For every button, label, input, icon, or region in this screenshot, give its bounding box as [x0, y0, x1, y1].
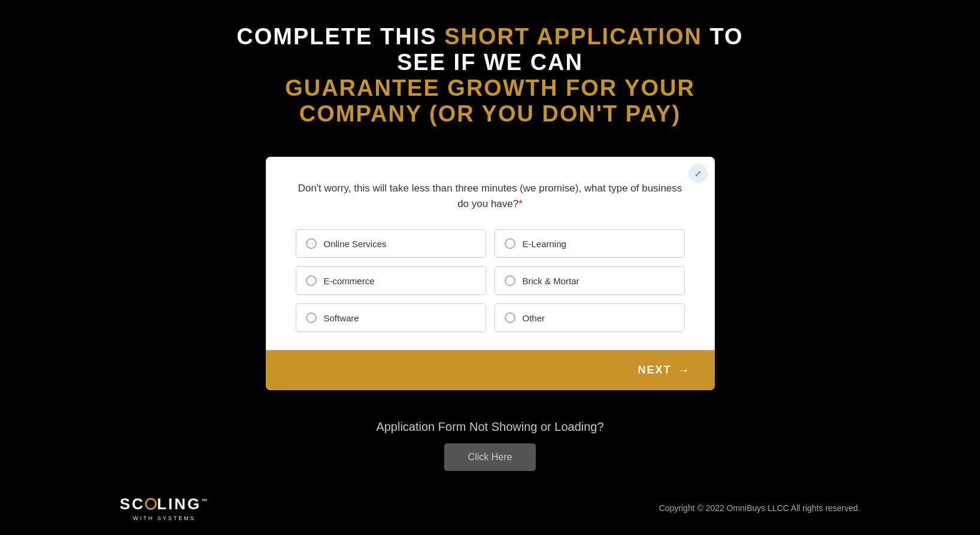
- next-arrow-icon: →: [678, 363, 691, 377]
- header-line2: GUARANTEE GROWTH FOR YOUR COMPANY (OR YO…: [233, 75, 748, 127]
- logo-tm: ™: [201, 498, 209, 504]
- logo-ring: [145, 498, 157, 510]
- radio-other: [505, 312, 515, 323]
- expand-icon: ⤢: [694, 169, 702, 178]
- fallback-text: Application Form Not Showing or Loading?: [376, 420, 603, 434]
- form-card: ⤢ Don't worry, this will take less than …: [266, 157, 715, 390]
- next-button-label: NEXT: [638, 364, 671, 376]
- option-brick-mortar[interactable]: Brick & Mortar: [494, 266, 685, 295]
- next-button[interactable]: NEXT →: [638, 363, 690, 377]
- option-label-e-commerce: E-commerce: [324, 276, 375, 286]
- option-e-commerce[interactable]: E-commerce: [296, 266, 486, 295]
- radio-e-learning: [505, 238, 515, 249]
- click-here-button[interactable]: Click Here: [444, 443, 536, 471]
- page-footer: SCLING™ WITH SYSTEMS Copyright © 2022 Om…: [0, 471, 980, 535]
- radio-online-services: [306, 238, 317, 249]
- option-online-services[interactable]: Online Services: [296, 229, 486, 258]
- option-label-e-learning: E-Learning: [523, 239, 566, 249]
- header-line1: COMPLETE THIS SHORT APPLICATION TO SEE I…: [233, 24, 748, 75]
- option-label-software: Software: [324, 313, 359, 323]
- radio-brick-mortar: [505, 275, 515, 286]
- fallback-section: Application Form Not Showing or Loading?…: [376, 420, 603, 471]
- option-label-brick-mortar: Brick & Mortar: [523, 276, 579, 286]
- header-line1-normal: COMPLETE THIS: [236, 24, 444, 49]
- form-footer: NEXT →: [266, 350, 715, 390]
- option-label-online-services: Online Services: [324, 239, 387, 249]
- option-software[interactable]: Software: [296, 303, 486, 332]
- page-header: COMPLETE THIS SHORT APPLICATION TO SEE I…: [221, 0, 760, 145]
- copyright-text: Copyright © 2022 OmniBuys LLCC All right…: [659, 503, 860, 513]
- options-grid: Online Services E-Learning E-commerce Br…: [296, 229, 685, 332]
- logo-container: SCLING™ WITH SYSTEMS: [120, 495, 209, 521]
- question-label: Don't worry, this will take less than th…: [298, 183, 682, 209]
- required-marker: *: [518, 198, 523, 209]
- form-body: ⤢ Don't worry, this will take less than …: [266, 157, 715, 350]
- question-text: Don't worry, this will take less than th…: [296, 181, 685, 211]
- header-line1-highlight: SHORT APPLICATION: [444, 24, 702, 49]
- expand-button[interactable]: ⤢: [688, 164, 708, 183]
- radio-e-commerce: [306, 275, 317, 286]
- radio-software: [306, 312, 317, 323]
- logo-text: SCLING™: [120, 495, 209, 513]
- option-other[interactable]: Other: [494, 303, 685, 332]
- option-e-learning[interactable]: E-Learning: [494, 229, 685, 258]
- option-label-other: Other: [523, 313, 545, 323]
- logo-sub: WITH SYSTEMS: [133, 515, 196, 521]
